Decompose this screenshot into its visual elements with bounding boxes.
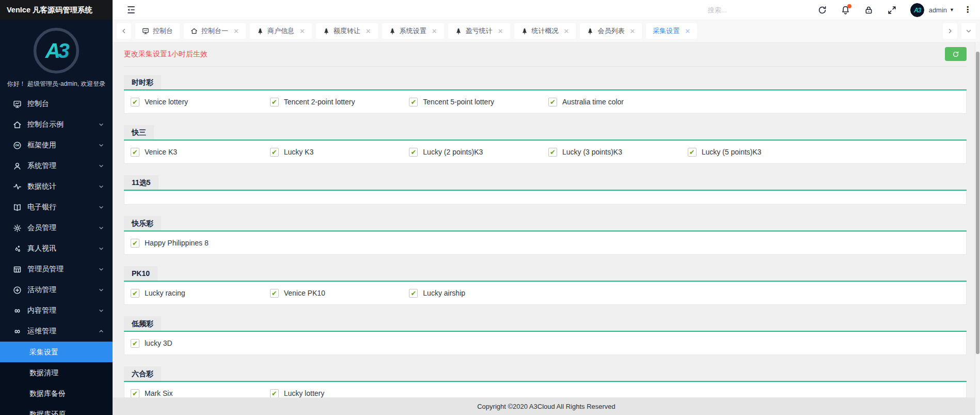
tab-6[interactable]: 统计概况✕ (514, 23, 576, 39)
checkbox-checked[interactable]: ✔ (270, 389, 279, 398)
fullscreen-icon[interactable] (887, 5, 897, 15)
sidebar-subitem[interactable]: 数据清理 (0, 362, 113, 383)
section-row: ✔Venice K3✔Lucky K3✔Lucky (2 points)K3✔L… (124, 141, 967, 164)
tab-label: 会员列表 (597, 26, 624, 36)
tabs-scroll-left-button[interactable] (117, 23, 131, 39)
tab-label: 额度转让 (334, 26, 360, 36)
tab-5[interactable]: 盈亏统计✕ (448, 23, 510, 39)
user-menu[interactable]: admin ▼ (929, 6, 954, 14)
checkbox-checked[interactable]: ✔ (131, 389, 139, 398)
lottery-option: ✔Mark Six (131, 389, 270, 398)
sidebar-item-3[interactable]: 系统管理 (0, 156, 113, 176)
close-icon[interactable]: ✕ (685, 28, 690, 35)
sidebar-item-8[interactable]: 管理员管理 (0, 259, 113, 280)
checkbox-checked[interactable]: ✔ (688, 148, 697, 157)
tab-label: 控制台 (153, 26, 173, 36)
close-icon[interactable]: ✕ (432, 28, 437, 35)
footer: Copyright ©2020 A3Cloud All Rights Reser… (113, 397, 980, 415)
close-icon[interactable]: ✕ (629, 28, 635, 35)
collect-refresh-button[interactable] (945, 47, 967, 61)
more-options-icon[interactable]: ⋮ (962, 6, 973, 14)
checkbox-checked[interactable]: ✔ (131, 148, 139, 157)
checkbox-checked[interactable]: ✔ (131, 339, 139, 348)
close-icon[interactable]: ✕ (233, 28, 239, 35)
sidebar-item-5[interactable]: 电子银行 (0, 197, 113, 218)
refresh-icon[interactable] (817, 5, 827, 15)
tab-1[interactable]: 控制台一✕ (184, 23, 246, 39)
chevron-down-icon (98, 121, 104, 128)
user-avatar[interactable]: A3 (910, 3, 924, 17)
app-window: VenIce 凡客源码管理系统 A3 你好！ 超级管理员-admin, 欢迎登录… (0, 0, 980, 415)
section-0: 时时彩✔Venice lottery✔Tencent 2-point lotte… (124, 75, 967, 114)
checkbox-checked[interactable]: ✔ (131, 289, 139, 298)
sidebar-item-2[interactable]: OK框架使用 (0, 135, 113, 156)
lottery-option-label: Lucky racing (145, 289, 185, 297)
infinity-icon (13, 327, 22, 336)
checkbox-checked[interactable]: ✔ (270, 148, 279, 157)
tab-7[interactable]: 会员列表✕ (580, 23, 642, 39)
caret-down-icon: ▼ (950, 7, 954, 12)
notifications-bell-icon[interactable] (841, 5, 850, 15)
chevron-down-icon (98, 225, 104, 231)
sidebar-subitem[interactable]: 采集设置 (0, 342, 113, 362)
infinity-icon (13, 306, 22, 315)
sidebar-subitem[interactable]: 数据库还原 (0, 404, 113, 415)
checkbox-checked[interactable]: ✔ (409, 289, 418, 298)
sidebar-item-label: 运维管理 (27, 327, 98, 336)
collapse-menu-icon[interactable] (126, 5, 136, 15)
sidebar-subitem[interactable]: 数据库备份 (0, 383, 113, 404)
checkbox-checked[interactable]: ✔ (131, 98, 139, 106)
lottery-option: ✔Lucky (2 points)K3 (409, 148, 548, 157)
lottery-option: ✔Lucky (5 points)K3 (688, 148, 827, 157)
section-head: 快乐彩 (124, 216, 967, 232)
main-area: A3 admin ▼ ⋮ 控制台控制台一✕商户信息✕额度转让✕系统设置✕盈亏统计… (113, 0, 980, 415)
svg-text:A3: A3 (45, 39, 70, 63)
checkbox-checked[interactable]: ✔ (409, 98, 418, 106)
lottery-option-label: Lucky (5 points)K3 (702, 148, 762, 156)
sidebar-item-0[interactable]: 控制台 (0, 94, 113, 114)
chevron-down-icon (98, 287, 104, 293)
close-icon[interactable]: ✕ (299, 28, 305, 35)
lottery-option-label: Happy Philippines 8 (145, 239, 209, 247)
scrollbar-thumb[interactable] (976, 52, 979, 354)
tab-8[interactable]: 采集设置✕ (646, 23, 697, 39)
close-icon[interactable]: ✕ (366, 28, 371, 35)
lottery-option-label: Australia time color (562, 98, 624, 106)
tab-4[interactable]: 系统设置✕ (382, 23, 444, 39)
checkbox-checked[interactable]: ✔ (270, 289, 279, 298)
checkbox-checked[interactable]: ✔ (548, 98, 557, 106)
sidebar-item-11[interactable]: 运维管理 (0, 321, 113, 342)
sidebar-item-6[interactable]: 会员管理 (0, 218, 113, 238)
person-icon (13, 162, 22, 171)
checkbox-checked[interactable]: ✔ (270, 98, 279, 106)
lottery-option: ✔Venice K3 (131, 148, 270, 157)
section-4: PK10✔Lucky racing✔Venice PK10✔Lucky airs… (124, 266, 967, 305)
section-2: 11选5 (124, 175, 967, 205)
tabs-menu-button[interactable] (961, 23, 976, 39)
close-icon[interactable]: ✕ (564, 28, 570, 35)
sidebar-item-1[interactable]: 控制台示例 (0, 114, 113, 135)
checkbox-checked[interactable]: ✔ (409, 148, 418, 157)
svg-text:OK: OK (15, 144, 20, 147)
username: admin (929, 6, 947, 14)
lock-screen-icon[interactable] (864, 5, 874, 15)
section-head: 时时彩 (124, 75, 967, 90)
section-head: 六合彩 (124, 366, 967, 382)
sidebar-item-9[interactable]: 活动管理 (0, 280, 113, 300)
close-icon[interactable]: ✕ (498, 28, 503, 35)
sidebar-item-4[interactable]: 数据统计 (0, 176, 113, 197)
tab-0[interactable]: 控制台 (135, 23, 180, 39)
checkbox-checked[interactable]: ✔ (548, 148, 557, 157)
sidebar-item-10[interactable]: 内容管理 (0, 300, 113, 321)
checkbox-checked[interactable]: ✔ (131, 239, 139, 248)
sidebar-item-label: 真人视讯 (27, 244, 98, 253)
tab-3[interactable]: 额度转让✕ (316, 23, 378, 39)
tabs-scroll-right-button[interactable] (943, 23, 957, 39)
tabs-container: 控制台控制台一✕商户信息✕额度转让✕系统设置✕盈亏统计✕统计概况✕会员列表✕采集… (135, 23, 697, 39)
tab-2[interactable]: 商户信息✕ (250, 23, 312, 39)
search-input[interactable] (707, 6, 786, 14)
sidebar-item-7[interactable]: 真人视讯 (0, 238, 113, 259)
lottery-option: ✔lucky 3D (131, 339, 270, 348)
chevron-down-icon (98, 204, 104, 210)
copyright-text: Copyright ©2020 A3Cloud All Rights Reser… (477, 403, 615, 410)
